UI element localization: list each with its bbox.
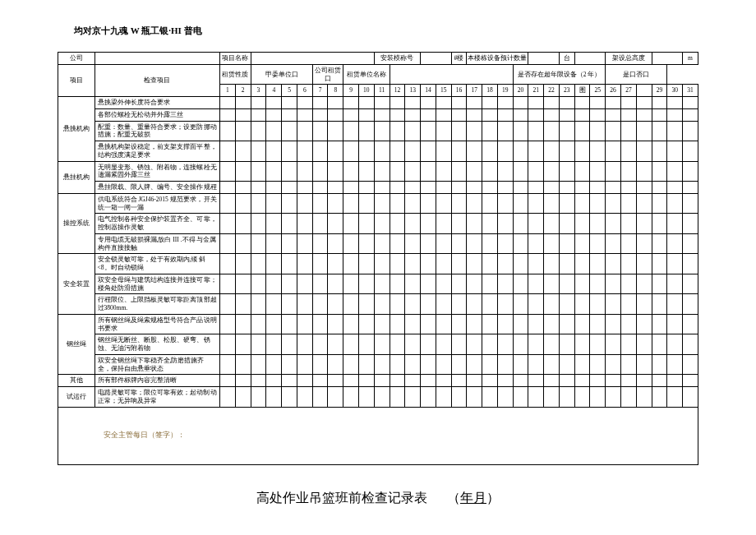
cat-wire-rope: 钢丝绳 [58, 314, 95, 375]
day-22: 22 [544, 85, 560, 97]
item-text: 专用电缆无破损裸漏,放白 III .不得 与金属构件直接接触 [94, 233, 220, 254]
table-row: 钢丝绳 所有钢丝绳及绳索规格型号符合产品 说明书要求 [58, 314, 698, 334]
label-over-year: 是否存在超年限设备（2 年） [513, 64, 606, 85]
label-company-rent: 公司租赁口 [312, 64, 343, 85]
day-27: 27 [621, 85, 637, 97]
label-is-no: 是口否口 [606, 64, 667, 85]
item-text: 悬挑梁外伸长度符合要求 [94, 97, 220, 109]
label-unit-tai: 台 [559, 53, 574, 65]
table-row: 悬挂机构 无明显变形、锈蚀、附着物，连接螺 栓无遗漏紧固外露三丝 [58, 161, 698, 182]
day-7: 7 [312, 85, 328, 97]
cat-other: 其他 [58, 375, 95, 387]
day-1: 1 [220, 85, 236, 97]
table-row: 悬挑机构架设稳定，前支架支撑面平 整，结构强度满足要求 [58, 141, 698, 162]
day-3: 3 [251, 85, 266, 97]
item-text: 行程限位、上限挡板灵敏可靠距离顶 部超过3800mm. [94, 294, 220, 315]
item-text: 电路灵敏可靠；限位可靠有效；起动制 动正常；无异响及异常 [94, 387, 220, 408]
day-8: 8 [328, 85, 343, 97]
label-check-item: 检查项目 [94, 64, 220, 96]
inspection-table: 公司 项目名称 安装模称号 #楼 本楼栋设备预计数量 台 架设总高度 m 项目 … [58, 52, 698, 465]
day-25: 25 [590, 85, 606, 97]
label-building-no: #楼 [451, 53, 467, 65]
info-row-1: 公司 项目名称 安装模称号 #楼 本楼栋设备预计数量 台 架设总高度 m [58, 53, 698, 65]
footer-paren-open: （ [447, 491, 460, 505]
day-15: 15 [436, 85, 451, 97]
label-rent-nature: 租赁性质 [220, 64, 251, 85]
item-text: 钢丝绳无断丝、断股、松股、硬弯、 锈蚀、无油污附着物 [94, 334, 220, 355]
day-6: 6 [297, 85, 312, 97]
signature-label: 安全主管每日（签字）： [58, 407, 698, 464]
item-text: 所有部件标牌内容完整清晰 [94, 375, 220, 387]
table-row: 双安全母绳与建筑结构连接并连接可 靠；楼角处防滑措施 [58, 274, 698, 294]
table-row: 悬挂限载、限人牌、编号、安全操作 规程 [58, 182, 698, 194]
table-row: 配重：数量、重量符合要求；设更防 挪动措施；配重无破损 [58, 121, 698, 141]
footer-main: 高处作业吊篮班前检查记录表 [256, 491, 427, 505]
day-30: 30 [667, 85, 683, 97]
item-text: 配重：数量、重量符合要求；设更防 挪动措施；配重无破损 [94, 121, 220, 141]
table-row: 试运行 电路灵敏可靠；限位可靠有效；起动制 动正常；无异响及异常 [58, 387, 698, 408]
label-project-name: 项目名称 [220, 53, 251, 65]
cat-hang-mech: 悬挂机构 [58, 161, 95, 193]
signature-row: 安全主管每日（签字）： [58, 407, 698, 464]
day-24: 图 [574, 85, 590, 97]
item-text: 双安全钢丝绳下靠稳齐全,防磨措施齐 全，保持自由悬垂状态 [94, 354, 220, 375]
table-row: 电气控制各种安全保护装置齐全、可 靠，控制器操作灵敏 [58, 214, 698, 234]
cat-test-run: 试运行 [58, 387, 95, 408]
info-row-2: 项目 检查项目 租赁性质 甲委单位口 公司租赁口 租赁单位名称 是否存在超年限设… [58, 64, 698, 85]
label-install-model: 安装模称号 [374, 53, 420, 65]
day-4: 4 [266, 85, 282, 97]
label-party-a: 甲委单位口 [251, 64, 312, 85]
item-text: 悬挑机构架设稳定，前支架支撑面平 整，结构强度满足要求 [94, 141, 220, 162]
table-row: 操控系统 供电系统符合 JGJ46-2015 规范要求， 开关统一箱一闸一漏 [58, 193, 698, 214]
label-equip-count: 本楼栋设备预计数量 [467, 53, 528, 65]
day-20: 20 [513, 85, 528, 97]
item-text: 电气控制各种安全保护装置齐全、可 靠，控制器操作灵敏 [94, 214, 220, 234]
table-row: 安全装置 安全锁灵敏可靠，处于有效期内,倾 斜<8。时自动锁绳 [58, 254, 698, 274]
day-16: 16 [451, 85, 467, 97]
day-17: 17 [467, 85, 482, 97]
day-2: 2 [235, 85, 251, 97]
table-row: 行程限位、上限挡板灵敏可靠距离顶 部超过3800mm. [58, 294, 698, 315]
cat-safety-device: 安全装置 [58, 254, 95, 315]
footer-title: 高处作业吊篮班前检查记录表 （年月） [58, 490, 698, 507]
item-text: 供电系统符合 JGJ46-2015 规范要求， 开关统一箱一闸一漏 [94, 193, 220, 214]
day-19: 19 [497, 85, 513, 97]
item-text: 安全锁灵敏可靠，处于有效期内,倾 斜<8。时自动锁绳 [94, 254, 220, 274]
table-row: 钢丝绳无断丝、断股、松股、硬弯、 锈蚀、无油污附着物 [58, 334, 698, 355]
day-11: 11 [374, 85, 390, 97]
label-erect-height: 架设总高度 [606, 53, 652, 65]
day-26: 26 [606, 85, 621, 97]
table-row: 各部位螺栓无松动并外露三丝 [58, 108, 698, 121]
label-rent-unit: 租赁单位名称 [343, 64, 390, 85]
day-31: 31 [683, 85, 698, 97]
cat-suspend-mech: 悬挑机构 [58, 97, 95, 162]
page-header: 均对京十九魂 W 瓶工银·HI 普电 [74, 25, 698, 37]
footer-paren-close: ） [486, 491, 500, 505]
day-23: 23 [559, 85, 574, 97]
item-text: 双安全母绳与建筑结构连接并连接可 靠；楼角处防滑措施 [94, 274, 220, 294]
day-10: 10 [358, 85, 374, 97]
day-5: 5 [282, 85, 297, 97]
day-12: 12 [390, 85, 405, 97]
cat-operate-sys: 操控系统 [58, 193, 95, 254]
table-row: 双安全钢丝绳下靠稳齐全,防磨措施齐 全，保持自由悬垂状态 [58, 354, 698, 375]
day-14: 14 [421, 85, 436, 97]
day-28 [636, 85, 652, 97]
day-29: 29 [652, 85, 667, 97]
item-text: 所有钢丝绳及绳索规格型号符合产品 说明书要求 [94, 314, 220, 334]
footer-year-month: 年月 [460, 491, 486, 505]
day-21: 21 [528, 85, 544, 97]
day-13: 13 [405, 85, 421, 97]
day-18: 18 [482, 85, 498, 97]
table-row: 其他 所有部件标牌内容完整清晰 [58, 375, 698, 387]
item-text: 各部位螺栓无松动并外露三丝 [94, 108, 220, 121]
label-project: 项目 [58, 64, 95, 96]
table-row: 专用电缆无破损裸漏,放白 III .不得 与金属构件直接接触 [58, 233, 698, 254]
table-row: 悬挑机构 悬挑梁外伸长度符合要求 [58, 97, 698, 109]
label-unit-m: m [683, 53, 698, 65]
item-text: 悬挂限载、限人牌、编号、安全操作 规程 [94, 182, 220, 194]
day-9: 9 [343, 85, 359, 97]
item-text: 无明显变形、锈蚀、附着物，连接螺 栓无遗漏紧固外露三丝 [94, 161, 220, 182]
label-company: 公司 [58, 53, 95, 65]
